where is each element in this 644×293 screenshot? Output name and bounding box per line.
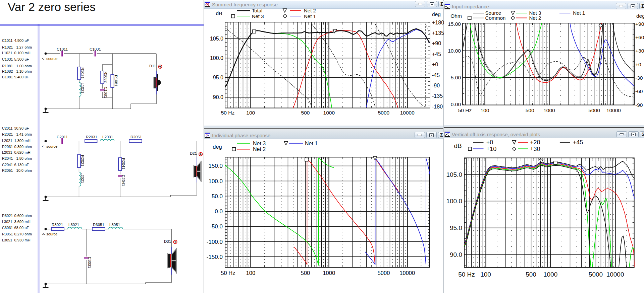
svg-text:+0: +0	[486, 139, 493, 146]
svg-text:Common: Common	[485, 15, 506, 21]
svg-text:100.0: 100.0	[446, 198, 462, 205]
svg-text:+135: +135	[432, 30, 444, 36]
svg-text:1000: 1000	[543, 271, 557, 278]
svg-text:+60: +60	[635, 34, 644, 40]
svg-text:0.0: 0.0	[215, 208, 223, 215]
svg-text:+0: +0	[635, 62, 641, 67]
svg-text:-180: -180	[432, 104, 443, 109]
svg-text:15.00: 15.00	[448, 21, 461, 27]
svg-text:+45: +45	[573, 139, 583, 146]
svg-text:500: 500	[301, 110, 310, 116]
svg-text:dB: dB	[216, 10, 222, 16]
svg-text:Net 1: Net 1	[304, 13, 316, 19]
svg-text:100.0: 100.0	[210, 55, 223, 61]
svg-text:50 Hz: 50 Hz	[221, 110, 235, 116]
svg-text:deg: deg	[432, 11, 441, 17]
svg-text:+180: +180	[432, 20, 444, 25]
svg-text:Net 3: Net 3	[252, 13, 264, 19]
svg-text:Net 2: Net 2	[529, 15, 541, 21]
svg-text:+45: +45	[432, 51, 441, 57]
svg-text:100: 100	[246, 270, 256, 276]
svg-text:50 Hz: 50 Hz	[458, 271, 475, 278]
svg-text:1000: 1000	[323, 270, 335, 276]
svg-text:Net 2: Net 2	[304, 8, 316, 13]
svg-text:deg: deg	[213, 144, 222, 150]
svg-text:Net 2: Net 2	[253, 146, 266, 152]
svg-text:5000: 5000	[589, 271, 603, 278]
svg-text:95.0: 95.0	[213, 75, 223, 80]
svg-text:+0: +0	[432, 62, 438, 67]
svg-text:Net 1: Net 1	[573, 10, 585, 16]
svg-text:95.0: 95.0	[450, 224, 462, 231]
svg-text:+90: +90	[635, 21, 644, 27]
svg-text:1000: 1000	[323, 110, 335, 116]
svg-text:105.0: 105.0	[210, 36, 223, 42]
svg-text:50.0: 50.0	[212, 193, 223, 200]
svg-text:100.0: 100.0	[208, 178, 223, 185]
svg-text:+10: +10	[486, 146, 497, 152]
svg-text:500: 500	[301, 270, 310, 276]
svg-text:0.00: 0.00	[451, 101, 461, 107]
svg-text:+20: +20	[530, 139, 540, 146]
svg-text:10.00: 10.00	[448, 48, 461, 54]
svg-text:Net 1: Net 1	[305, 141, 318, 146]
svg-text:-135: -135	[432, 93, 443, 99]
svg-text:Total: Total	[252, 8, 263, 13]
svg-text:5.00: 5.00	[451, 75, 461, 80]
svg-text:90.0: 90.0	[450, 251, 462, 258]
svg-text:-30: -30	[635, 75, 643, 81]
svg-text:10000: 10000	[400, 110, 415, 116]
svg-text:5000: 5000	[378, 110, 390, 116]
svg-text:-45: -45	[432, 72, 440, 78]
svg-text:100: 100	[480, 271, 491, 278]
svg-text:500: 500	[526, 107, 534, 113]
svg-text:+90: +90	[432, 41, 441, 46]
svg-text:150.0: 150.0	[208, 163, 223, 169]
svg-text:-90: -90	[432, 83, 440, 88]
svg-text:10000: 10000	[606, 107, 621, 113]
svg-text:105.0: 105.0	[446, 171, 462, 178]
svg-text:1000: 1000	[543, 107, 555, 113]
svg-text:100: 100	[246, 110, 255, 116]
svg-text:-90: -90	[635, 102, 643, 108]
svg-text:deg: deg	[636, 13, 644, 19]
svg-text:5000: 5000	[588, 107, 600, 113]
svg-text:5000: 5000	[378, 270, 390, 276]
svg-text:10000: 10000	[606, 271, 624, 278]
svg-text:+30: +30	[530, 146, 540, 152]
svg-text:-50.0: -50.0	[210, 223, 223, 230]
svg-text:100: 100	[480, 107, 489, 113]
svg-text:Ohm: Ohm	[450, 13, 462, 19]
svg-text:10000: 10000	[399, 270, 415, 276]
svg-text:Net 3: Net 3	[253, 141, 266, 146]
svg-text:-60: -60	[635, 88, 643, 94]
svg-text:-150.0: -150.0	[207, 254, 223, 260]
svg-text:-100.0: -100.0	[207, 239, 223, 245]
svg-text:90.0: 90.0	[213, 94, 223, 100]
svg-text:50 Hz: 50 Hz	[221, 270, 235, 276]
svg-text:500: 500	[526, 271, 536, 278]
svg-text:+30: +30	[635, 48, 644, 54]
svg-text:50 Hz: 50 Hz	[458, 107, 472, 113]
svg-text:dB: dB	[454, 142, 462, 149]
